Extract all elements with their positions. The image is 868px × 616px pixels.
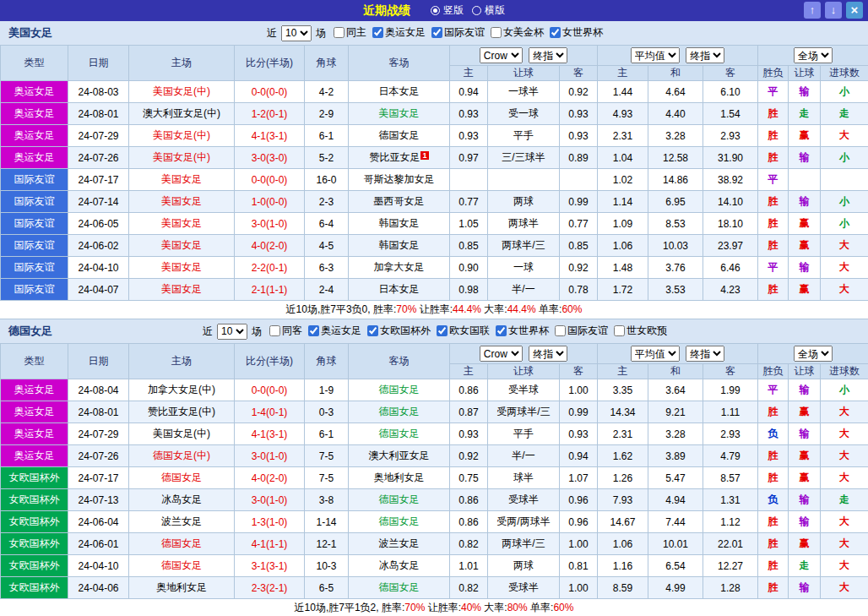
- avg-draw-odds: 10.03: [648, 235, 703, 257]
- odds-time-select[interactable]: 终指: [529, 346, 567, 362]
- avg-draw-odds: 4.99: [648, 577, 703, 599]
- match-row: 奥运女足24-07-26美国女足(中)3-0(3-0)5-2赞比亚女足10.97…: [1, 147, 868, 169]
- checkbox-input[interactable]: [431, 27, 442, 38]
- result-handicap: 输: [789, 191, 821, 213]
- near-label: 近: [267, 26, 277, 41]
- match-type: 奥运女足: [1, 103, 68, 125]
- filter-checkbox[interactable]: 同客: [269, 324, 302, 338]
- scope-select[interactable]: 全场: [794, 47, 833, 63]
- match-type: 奥运女足: [1, 81, 68, 103]
- away-team: 加拿大女足: [349, 257, 450, 279]
- result-goals: 走: [821, 489, 868, 511]
- filter-checkbox[interactable]: 女世界杯: [550, 25, 603, 40]
- avg-away-odds: 2.93: [703, 423, 758, 445]
- scroll-up-button[interactable]: ↑: [804, 2, 821, 19]
- checkbox-input[interactable]: [550, 27, 561, 38]
- handicap-home-odds: 0.90: [450, 257, 488, 279]
- result-wdl: 胜: [758, 191, 789, 213]
- away-team: 冰岛女足: [349, 555, 450, 577]
- col-header-wdl: 胜负: [758, 66, 789, 81]
- radio-horizontal[interactable]: 横版: [472, 3, 505, 18]
- odds-time-select[interactable]: 终指: [529, 47, 567, 63]
- avg-away-odds: 38.92: [703, 169, 758, 191]
- avg-time-select[interactable]: 终指: [686, 346, 724, 362]
- filter-checkbox[interactable]: 国际友谊: [555, 324, 608, 338]
- result-goals: 大: [821, 257, 868, 279]
- odds-source-select[interactable]: Crow: [480, 47, 523, 63]
- match-row: 女欧国杯外24-06-01德国女足4-1(1-1)12-1波兰女足0.82两球半…: [1, 533, 868, 555]
- handicap-line: 受半球: [488, 379, 560, 401]
- avg-home-odds: 1.06: [598, 533, 648, 555]
- close-icon[interactable]: ×: [846, 2, 863, 19]
- checkbox-input[interactable]: [308, 325, 319, 336]
- avg-draw-odds: 3.89: [648, 445, 703, 467]
- away-team: 德国女足: [349, 511, 450, 533]
- col-header-date: 日期: [68, 344, 129, 379]
- handicap-home-odds: 0.86: [450, 379, 488, 401]
- match-date: 24-06-01: [68, 533, 129, 555]
- corner-score: 16-0: [305, 169, 349, 191]
- filter-checkbox[interactable]: 欧女国联: [437, 324, 490, 338]
- match-type: 奥运女足: [1, 147, 68, 169]
- score: 0-0(0-0): [235, 81, 305, 103]
- score: 1-4(0-1): [235, 401, 305, 423]
- checkbox-input[interactable]: [496, 325, 507, 336]
- match-row: 女欧国杯外24-06-04波兰女足1-3(1-0)1-14德国女足0.86受两/…: [1, 511, 868, 533]
- radio-vertical[interactable]: 竖版: [431, 3, 464, 18]
- avg-source-select[interactable]: 平均值: [631, 346, 680, 362]
- filter-checkbox[interactable]: 奥运女足: [372, 25, 426, 40]
- checkbox-input[interactable]: [437, 325, 448, 336]
- handicap-home-odds: 0.86: [450, 511, 488, 533]
- score: 1-2(0-1): [235, 103, 305, 125]
- match-date: 24-06-04: [68, 511, 129, 533]
- away-team: 韩国女足: [349, 235, 450, 257]
- avg-source-select[interactable]: 平均值: [631, 47, 680, 63]
- result-wdl: 平: [758, 379, 789, 401]
- avg-time-select[interactable]: 终指: [686, 47, 724, 63]
- checkbox-input[interactable]: [367, 325, 378, 336]
- checkbox-input[interactable]: [491, 27, 502, 38]
- score: 4-1(3-1): [235, 423, 305, 445]
- checkbox-input[interactable]: [334, 27, 344, 38]
- col-header-away: 客场: [349, 46, 450, 81]
- checkbox-input[interactable]: [555, 325, 566, 336]
- filter-checkbox[interactable]: 女世界杯: [496, 324, 549, 338]
- away-team: 韩国女足: [349, 213, 450, 235]
- avg-draw-odds: 12.58: [648, 147, 703, 169]
- handicap-home-odds: 0.82: [450, 577, 488, 599]
- handicap-line: 一球半: [488, 81, 560, 103]
- match-count-select[interactable]: 10: [217, 324, 247, 340]
- result-wdl: 胜: [758, 445, 789, 467]
- odds-source-select[interactable]: Crow: [480, 346, 523, 362]
- match-date: 24-08-01: [68, 401, 129, 423]
- filter-checkbox[interactable]: 女欧国杯外: [367, 324, 431, 338]
- summary-segment: 单率:: [528, 602, 554, 613]
- score: 4-0(2-0): [235, 235, 305, 257]
- handicap-away-odds: 1.00: [560, 379, 598, 401]
- handicap-home-odds: 0.92: [450, 445, 488, 467]
- avg-home-odds: 2.31: [598, 125, 648, 147]
- checkbox-input[interactable]: [269, 325, 280, 336]
- filter-checkbox[interactable]: 世女欧预: [614, 324, 667, 338]
- filter-label: 女美金杯: [503, 25, 544, 40]
- scope-header: 全场: [758, 344, 868, 364]
- filter-checkbox[interactable]: 同主: [334, 25, 366, 40]
- handicap-home-odds: 0.93: [450, 103, 488, 125]
- match-row: 女欧国杯外24-04-06奥地利女足2-3(2-1)6-5德国女足0.82受球半…: [1, 577, 868, 599]
- avg-home-odds: 2.31: [598, 423, 648, 445]
- handicap-away-odds: 0.92: [560, 257, 598, 279]
- match-type: 国际友谊: [1, 257, 68, 279]
- home-team: 美国女足: [129, 213, 235, 235]
- checkbox-input[interactable]: [372, 27, 383, 38]
- match-count-select[interactable]: 10: [281, 25, 312, 41]
- summary-usa: 近10场,胜7平3负0, 胜率:70% 让胜率:44.4% 大率:44.4% 单…: [0, 301, 868, 319]
- scroll-down-button[interactable]: ↓: [825, 2, 842, 19]
- checkbox-input[interactable]: [614, 325, 625, 336]
- summary-segment: 60%: [561, 303, 582, 315]
- filter-checkbox[interactable]: 国际友谊: [431, 25, 485, 40]
- scope-select[interactable]: 全场: [794, 346, 833, 362]
- filter-checkbox[interactable]: 奥运女足: [308, 324, 361, 338]
- match-date: 24-08-01: [68, 103, 129, 125]
- score: 3-0(1-0): [235, 445, 305, 467]
- filter-checkbox[interactable]: 女美金杯: [491, 25, 544, 40]
